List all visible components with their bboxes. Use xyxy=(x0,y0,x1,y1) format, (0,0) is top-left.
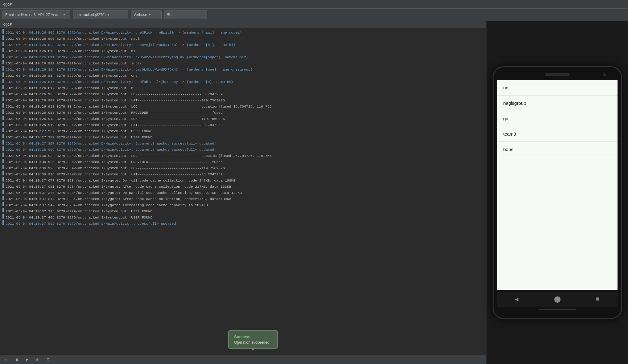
log-level-indicator xyxy=(2,116,4,120)
list-item-0[interactable]: nn xyxy=(497,80,618,96)
search-icon: 🔍 xyxy=(167,13,171,17)
list-item-2[interactable]: gd xyxy=(497,111,618,126)
log-level-indicator xyxy=(2,214,4,219)
title-bar: logcat xyxy=(0,0,628,9)
level-label: Verbose xyxy=(134,13,147,17)
log-line-text: 2021-05-04 04:10:26.816 8279-8279/om.tra… xyxy=(6,79,233,85)
log-line: 2021-05-04 04:10:36.926 8279-8342/om.tra… xyxy=(0,165,486,171)
log-line: 2021-05-04 04:10:27.337 8279-8279/om.tra… xyxy=(0,128,486,134)
log-level-indicator xyxy=(2,66,4,71)
phone-nav-bar: ◀ ⬤ ■ xyxy=(497,292,618,307)
log-line: 2021-05-04 04:10:26.907 8279-8279/om.tra… xyxy=(0,97,486,103)
phone-panel: nnnagisgroupgdteam3bobs ◀ ⬤ ■ xyxy=(486,21,628,364)
list-item-1[interactable]: nagisgroup xyxy=(497,96,618,111)
back-button[interactable]: ◀ xyxy=(515,295,519,303)
bottom-toolbar: ⏮ ⏸ ▶ 🗑 ⚙ xyxy=(0,355,486,364)
log-line: 2021-05-04 04:10:26.919 8279-8342/om.tra… xyxy=(0,122,486,128)
toast-arrow xyxy=(251,348,255,351)
log-line: 2021-05-04 04:10:37.405 8279-8279/om.tra… xyxy=(0,214,486,220)
phone-camera xyxy=(603,73,606,76)
level-select[interactable]: Verbose ▼ xyxy=(131,10,162,19)
log-level-indicator xyxy=(2,42,4,46)
log-level-indicator xyxy=(2,146,4,151)
log-level-indicator xyxy=(2,208,4,212)
log-level-indicator xyxy=(2,134,4,138)
log-line-text: 2021-05-04 04:10:36.924 8279-8342/om.tra… xyxy=(6,153,272,159)
log-line-text: 2021-05-04 04:10:36.926 8279-8342/om.tra… xyxy=(6,172,223,177)
device-label: Emulator Nexus_6_API_27 Andr... xyxy=(5,13,61,17)
log-line-text: 2021-05-04 04:10:26.806 8279-8279/om.tra… xyxy=(6,36,140,42)
log-line: 2021-05-04 04:10:37.081 8279-8284/om.tra… xyxy=(0,183,486,190)
log-level-indicator xyxy=(2,183,4,188)
log-line: 2021-05-04 04:10:26.906 8279-8279/om.tra… xyxy=(0,91,486,97)
list-item-4[interactable]: bobs xyxy=(497,142,618,157)
log-line-text: 2021-05-04 04:10:27.337 8279-8279/om.tra… xyxy=(6,129,152,134)
level-dropdown-arrow: ▼ xyxy=(148,13,151,16)
search-box[interactable]: 🔍 xyxy=(164,10,207,19)
log-line-text: 2021-05-04 04:10:37.347 8279-8284/om.tra… xyxy=(6,196,231,202)
log-level-indicator xyxy=(2,97,4,101)
log-level-indicator xyxy=(2,196,4,200)
log-line: 2021-05-04 04:10:26.816 8279-8279/om.tra… xyxy=(0,79,486,85)
log-line: 2021-05-04 04:10:36.926 8279-8342/om.tra… xyxy=(0,171,486,177)
log-level-indicator xyxy=(2,171,4,175)
log-line: 2021-05-04 04:10:27.382 8279-8279/om.tra… xyxy=(0,134,486,140)
log-line-text: 2021-05-04 04:10:27.827 8279-8279/om.tra… xyxy=(6,141,216,146)
recents-button[interactable]: ■ xyxy=(596,296,600,303)
log-line-text: 2021-05-04 04:10:37.405 8279-8279/om.tra… xyxy=(6,215,152,220)
log-line: 2021-05-04 04:10:26.805 8279-8279/om.tra… xyxy=(0,29,486,35)
clear-button[interactable]: 🗑 xyxy=(34,357,41,362)
log-level-indicator xyxy=(2,85,4,89)
log-line-text: 2021-05-04 04:10:37.081 8279-8284/om.tra… xyxy=(6,184,231,190)
device-dropdown-arrow: ▼ xyxy=(63,13,66,16)
log-line: 2021-05-04 04:10:37.347 8279-8284/om.tra… xyxy=(0,196,486,202)
phone-outer: nnnagisgroupgdteam3bobs ◀ ⬤ ■ xyxy=(493,66,622,319)
log-line-text: 2021-05-04 04:10:26.918 8279-8342/om.tra… xyxy=(6,104,272,109)
log-line: 2021-05-04 04:10:26.918 8279-8342/om.tra… xyxy=(0,116,486,122)
log-line-text: 2021-05-04 04:10:26.811 8279-8279/om.tra… xyxy=(6,55,248,60)
log-line-text: 2021-05-04 04:10:26.817 8279-8279/om.tra… xyxy=(6,85,133,91)
phone-speaker xyxy=(545,73,570,76)
log-level-indicator xyxy=(2,109,4,114)
log-line: 2021-05-04 04:10:36.925 8279-8342/om.tra… xyxy=(0,159,486,165)
log-line: 2021-05-04 04:10:26.918 8279-8342/om.tra… xyxy=(0,103,486,109)
toast-message: Operation succeeded xyxy=(234,340,272,345)
log-level-indicator xyxy=(2,153,4,157)
log-line-text: 2021-05-04 04:10:26.810 8279-8279/om.tra… xyxy=(6,48,135,54)
device-select[interactable]: Emulator Nexus_6_API_27 Andr... ▼ xyxy=(2,10,70,19)
resume-button[interactable]: ▶ xyxy=(24,357,30,362)
log-level-indicator xyxy=(2,79,4,83)
phone-bottom-bar xyxy=(539,309,576,310)
log-level-indicator xyxy=(2,60,4,64)
log-line: 2021-05-04 04:10:26.814 8279-8279/om.tra… xyxy=(0,72,486,79)
logcat-panel: logcat 2021-05-04 04:10:26.805 8279-8279… xyxy=(0,21,486,364)
settings-button[interactable]: ⚙ xyxy=(45,357,52,362)
log-level-indicator xyxy=(2,190,4,194)
log-level-indicator xyxy=(2,29,4,34)
log-line-text: 2021-05-04 04:10:26.812 8279-8279/om.tra… xyxy=(6,61,142,66)
log-line: 2021-05-04 04:10:27.827 8279-8279/om.tra… xyxy=(0,140,486,146)
pause-button[interactable]: ⏸ xyxy=(13,357,20,362)
log-line-text: 2021-05-04 04:10:36.926 8279-8342/om.tra… xyxy=(6,166,225,171)
process-select[interactable]: om.tracked (8279) ▼ xyxy=(73,10,128,19)
log-line-text: 2021-05-04 04:10:26.919 8279-8342/om.tra… xyxy=(6,122,223,128)
logcat-title: logcat xyxy=(2,22,12,27)
log-line: 2021-05-04 04:10:26.808 8279-8279/om.tra… xyxy=(0,42,486,48)
log-line-text: 2021-05-04 04:10:37.552 8279-8279/om.tra… xyxy=(6,221,178,227)
log-line-text: 2021-05-04 04:10:26.918 8279-8342/om.tra… xyxy=(6,116,225,122)
log-level-indicator xyxy=(2,159,4,163)
log-line: 2021-05-04 04:10:26.918 8279-8342/om.tra… xyxy=(0,109,486,116)
log-line: 2021-05-04 04:10:26.806 8279-8279/om.tra… xyxy=(0,35,486,42)
log-level-indicator xyxy=(2,48,4,52)
toolbar: Emulator Nexus_6_API_27 Andr... ▼ om.tra… xyxy=(0,9,628,21)
home-button[interactable]: ⬤ xyxy=(554,295,561,303)
scroll-to-start-button[interactable]: ⏮ xyxy=(2,357,10,362)
log-line-text: 2021-05-04 04:10:37.347 8279-8284/om.tra… xyxy=(6,190,242,196)
toast-title: Success xyxy=(234,334,272,339)
list-item-3[interactable]: team3 xyxy=(497,126,618,142)
logcat-content[interactable]: 2021-05-04 04:10:26.805 8279-8279/om.tra… xyxy=(0,28,486,355)
log-level-indicator xyxy=(2,202,4,206)
log-line-text: 2021-05-04 04:10:26.814 8279-8279/om.tra… xyxy=(6,67,253,72)
logcat-header: logcat xyxy=(0,21,486,28)
log-level-indicator xyxy=(2,91,4,95)
